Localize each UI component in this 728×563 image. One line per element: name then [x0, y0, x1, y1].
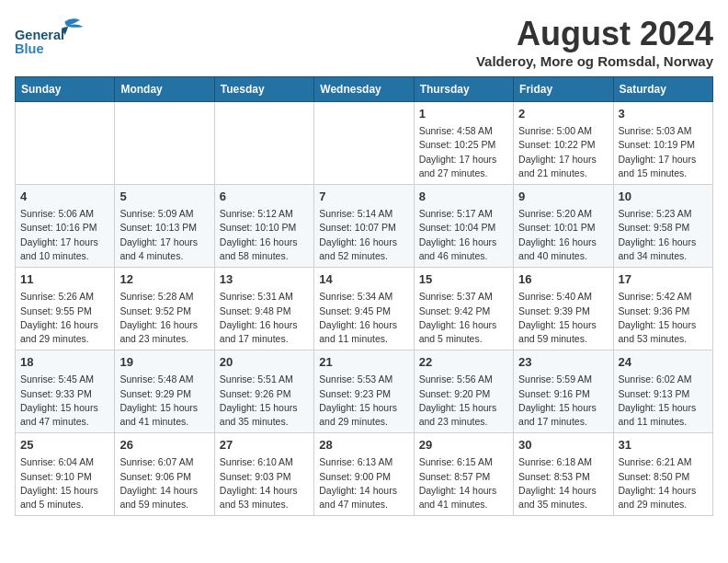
day-info: Sunrise: 6:02 AMSunset: 9:13 PMDaylight:… — [619, 373, 708, 429]
day-number: 16 — [518, 271, 608, 288]
day-number: 27 — [220, 437, 309, 454]
day-number: 15 — [419, 271, 508, 288]
weekday-header-friday: Friday — [514, 77, 613, 102]
day-number: 19 — [119, 354, 209, 371]
day-number: 22 — [419, 354, 508, 371]
day-number: 5 — [119, 189, 209, 205]
calendar-cell: 9Sunrise: 5:20 AMSunset: 10:01 PMDayligh… — [514, 185, 613, 268]
calendar-week-2: 4Sunrise: 5:06 AMSunset: 10:16 PMDayligh… — [16, 185, 713, 268]
day-number: 17 — [619, 271, 708, 288]
day-info: Sunrise: 5:09 AMSunset: 10:13 PMDaylight… — [119, 207, 209, 263]
calendar-cell: 27Sunrise: 6:10 AMSunset: 9:03 PMDayligh… — [214, 433, 313, 516]
calendar-cell: 18Sunrise: 5:45 AMSunset: 9:33 PMDayligh… — [16, 350, 115, 433]
weekday-header-sunday: Sunday — [16, 77, 115, 102]
day-info: Sunrise: 5:06 AMSunset: 10:16 PMDaylight… — [20, 207, 109, 263]
day-info: Sunrise: 6:04 AMSunset: 9:10 PMDaylight:… — [20, 455, 109, 511]
day-number: 10 — [619, 189, 708, 205]
day-number: 28 — [319, 437, 408, 454]
day-number: 8 — [419, 189, 508, 205]
weekday-header-monday: Monday — [115, 77, 214, 102]
calendar-cell: 5Sunrise: 5:09 AMSunset: 10:13 PMDayligh… — [115, 185, 214, 268]
weekday-header-tuesday: Tuesday — [214, 77, 313, 102]
page-header: General Blue August 2024 Valderoy, More … — [15, 15, 713, 69]
day-info: Sunrise: 5:45 AMSunset: 9:33 PMDaylight:… — [20, 373, 109, 429]
day-number: 12 — [119, 271, 209, 288]
day-info: Sunrise: 5:26 AMSunset: 9:55 PMDaylight:… — [20, 290, 109, 346]
day-info: Sunrise: 5:31 AMSunset: 9:48 PMDaylight:… — [220, 290, 309, 346]
calendar-cell: 19Sunrise: 5:48 AMSunset: 9:29 PMDayligh… — [115, 350, 214, 433]
logo: General Blue — [15, 15, 107, 55]
calendar-week-3: 11Sunrise: 5:26 AMSunset: 9:55 PMDayligh… — [16, 268, 713, 350]
day-info: Sunrise: 5:03 AMSunset: 10:19 PMDaylight… — [619, 124, 708, 180]
calendar-week-4: 18Sunrise: 5:45 AMSunset: 9:33 PMDayligh… — [16, 350, 713, 433]
day-info: Sunrise: 5:48 AMSunset: 9:29 PMDaylight:… — [119, 373, 209, 429]
day-number: 11 — [20, 271, 109, 288]
day-info: Sunrise: 6:10 AMSunset: 9:03 PMDaylight:… — [220, 455, 309, 511]
day-info: Sunrise: 5:40 AMSunset: 9:39 PMDaylight:… — [518, 290, 608, 346]
day-number: 4 — [20, 189, 109, 205]
day-info: Sunrise: 6:07 AMSunset: 9:06 PMDaylight:… — [119, 455, 209, 511]
calendar-cell: 10Sunrise: 5:23 AMSunset: 9:58 PMDayligh… — [613, 185, 712, 268]
calendar-table: SundayMondayTuesdayWednesdayThursdayFrid… — [15, 76, 713, 516]
day-number: 1 — [419, 106, 508, 122]
day-number: 18 — [20, 354, 109, 371]
calendar-cell: 31Sunrise: 6:21 AMSunset: 8:50 PMDayligh… — [613, 433, 712, 516]
calendar-cell: 4Sunrise: 5:06 AMSunset: 10:16 PMDayligh… — [16, 185, 115, 268]
day-number: 2 — [518, 106, 608, 122]
day-number: 13 — [220, 271, 309, 288]
calendar-cell: 7Sunrise: 5:14 AMSunset: 10:07 PMDayligh… — [314, 185, 414, 268]
day-info: Sunrise: 5:17 AMSunset: 10:04 PMDaylight… — [419, 207, 508, 263]
day-info: Sunrise: 6:21 AMSunset: 8:50 PMDaylight:… — [619, 455, 708, 511]
day-info: Sunrise: 4:58 AMSunset: 10:25 PMDaylight… — [419, 124, 508, 180]
day-info: Sunrise: 5:53 AMSunset: 9:23 PMDaylight:… — [319, 373, 408, 429]
day-number: 9 — [518, 189, 608, 205]
calendar-cell: 3Sunrise: 5:03 AMSunset: 10:19 PMDayligh… — [613, 102, 712, 185]
calendar-cell: 20Sunrise: 5:51 AMSunset: 9:26 PMDayligh… — [214, 350, 313, 433]
calendar-cell — [214, 102, 313, 185]
calendar-cell: 17Sunrise: 5:42 AMSunset: 9:36 PMDayligh… — [613, 268, 712, 350]
day-number: 29 — [419, 437, 508, 454]
day-number: 26 — [119, 437, 209, 454]
day-number: 25 — [20, 437, 109, 454]
calendar-cell: 23Sunrise: 5:59 AMSunset: 9:16 PMDayligh… — [514, 350, 613, 433]
day-number: 20 — [220, 354, 309, 371]
calendar-cell — [16, 102, 115, 185]
day-info: Sunrise: 5:12 AMSunset: 10:10 PMDaylight… — [220, 207, 309, 263]
weekday-header-row: SundayMondayTuesdayWednesdayThursdayFrid… — [16, 77, 713, 102]
logo-svg: General Blue — [15, 15, 107, 55]
day-info: Sunrise: 5:51 AMSunset: 9:26 PMDaylight:… — [220, 373, 309, 429]
location-subtitle: Valderoy, More og Romsdal, Norway — [476, 53, 713, 69]
calendar-cell: 2Sunrise: 5:00 AMSunset: 10:22 PMDayligh… — [514, 102, 613, 185]
day-number: 6 — [220, 189, 309, 205]
calendar-cell — [314, 102, 414, 185]
day-info: Sunrise: 6:18 AMSunset: 8:53 PMDaylight:… — [518, 455, 608, 511]
calendar-cell: 24Sunrise: 6:02 AMSunset: 9:13 PMDayligh… — [613, 350, 712, 433]
svg-text:General: General — [15, 28, 64, 42]
weekday-header-saturday: Saturday — [613, 77, 712, 102]
calendar-cell: 12Sunrise: 5:28 AMSunset: 9:52 PMDayligh… — [115, 268, 214, 350]
calendar-cell: 11Sunrise: 5:26 AMSunset: 9:55 PMDayligh… — [16, 268, 115, 350]
weekday-header-wednesday: Wednesday — [314, 77, 414, 102]
day-info: Sunrise: 5:59 AMSunset: 9:16 PMDaylight:… — [518, 373, 608, 429]
calendar-cell: 16Sunrise: 5:40 AMSunset: 9:39 PMDayligh… — [514, 268, 613, 350]
calendar-cell: 28Sunrise: 6:13 AMSunset: 9:00 PMDayligh… — [314, 433, 414, 516]
calendar-cell: 14Sunrise: 5:34 AMSunset: 9:45 PMDayligh… — [314, 268, 414, 350]
calendar-cell: 21Sunrise: 5:53 AMSunset: 9:23 PMDayligh… — [314, 350, 414, 433]
day-info: Sunrise: 5:00 AMSunset: 10:22 PMDaylight… — [518, 124, 608, 180]
calendar-cell — [115, 102, 214, 185]
day-info: Sunrise: 5:37 AMSunset: 9:42 PMDaylight:… — [419, 290, 508, 346]
title-block: August 2024 Valderoy, More og Romsdal, N… — [476, 15, 713, 69]
calendar-cell: 6Sunrise: 5:12 AMSunset: 10:10 PMDayligh… — [214, 185, 313, 268]
calendar-cell: 25Sunrise: 6:04 AMSunset: 9:10 PMDayligh… — [16, 433, 115, 516]
day-info: Sunrise: 5:34 AMSunset: 9:45 PMDaylight:… — [319, 290, 408, 346]
calendar-cell: 22Sunrise: 5:56 AMSunset: 9:20 PMDayligh… — [414, 350, 513, 433]
day-number: 7 — [319, 189, 408, 205]
calendar-week-1: 1Sunrise: 4:58 AMSunset: 10:25 PMDayligh… — [16, 102, 713, 185]
day-info: Sunrise: 5:14 AMSunset: 10:07 PMDaylight… — [319, 207, 408, 263]
day-number: 31 — [619, 437, 708, 454]
calendar-cell: 15Sunrise: 5:37 AMSunset: 9:42 PMDayligh… — [414, 268, 513, 350]
day-info: Sunrise: 5:56 AMSunset: 9:20 PMDaylight:… — [419, 373, 508, 429]
calendar-week-5: 25Sunrise: 6:04 AMSunset: 9:10 PMDayligh… — [16, 433, 713, 516]
day-info: Sunrise: 5:20 AMSunset: 10:01 PMDaylight… — [518, 207, 608, 263]
calendar-cell: 29Sunrise: 6:15 AMSunset: 8:57 PMDayligh… — [414, 433, 513, 516]
